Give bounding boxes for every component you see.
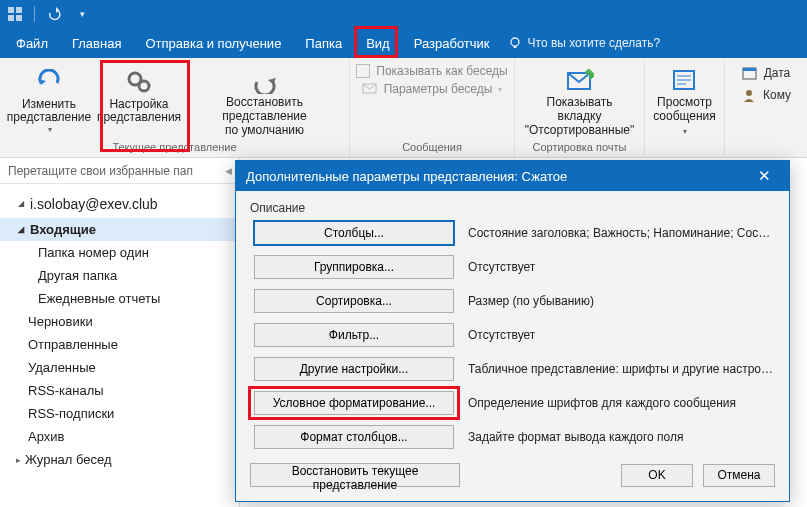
reset-view-button[interactable]: Восстановить представление по умолчанию bbox=[188, 64, 341, 138]
ribbon-group-sort: Сортировка почты bbox=[515, 139, 644, 157]
change-view-label1: Изменить bbox=[22, 98, 76, 112]
menubar: Файл Главная Отправка и получение Папка … bbox=[0, 28, 807, 58]
ribbon-group-arrange bbox=[645, 139, 724, 157]
focused-icon bbox=[566, 68, 594, 95]
checkbox-icon bbox=[356, 64, 370, 78]
nav-folder-1[interactable]: Папка номер один bbox=[0, 241, 239, 264]
favorites-label: Перетащите свои избранные пап bbox=[8, 164, 193, 178]
ribbon-group-messages: Сообщения bbox=[350, 139, 514, 157]
svg-rect-5 bbox=[513, 46, 516, 48]
change-view-button[interactable]: Изменить представление ▾ bbox=[8, 64, 90, 138]
date-field-button[interactable]: Дата bbox=[742, 66, 791, 80]
reset-current-view-button[interactable]: Восстановить текущее представление bbox=[250, 463, 460, 487]
separator bbox=[34, 6, 35, 22]
view-settings-label1: Настройка bbox=[109, 98, 168, 112]
other-settings-button[interactable]: Другие настройки... bbox=[254, 357, 454, 381]
nav-account[interactable]: i.solobay@exev.club bbox=[0, 188, 239, 218]
person-icon bbox=[741, 88, 757, 102]
description-group-label: Описание bbox=[250, 201, 775, 215]
sort-desc: Размер (по убыванию) bbox=[468, 294, 775, 308]
to-field-button[interactable]: Кому bbox=[741, 88, 791, 102]
cancel-button[interactable]: Отмена bbox=[703, 464, 775, 487]
conditional-formatting-desc: Определение шрифтов для каждого сообщени… bbox=[468, 396, 775, 410]
filter-desc: Отсутствует bbox=[468, 328, 775, 342]
gear-icon bbox=[125, 68, 153, 96]
calendar-icon bbox=[742, 66, 758, 80]
format-columns-button[interactable]: Формат столбцов... bbox=[254, 425, 454, 449]
bulb-icon bbox=[508, 36, 522, 50]
preview-label1: Просмотр bbox=[657, 96, 712, 110]
change-view-icon bbox=[35, 68, 63, 96]
qat-dropdown-icon[interactable]: ▾ bbox=[73, 5, 91, 23]
app-icon bbox=[6, 5, 24, 23]
columns-desc: Состояние заголовка; Важность; Напоминан… bbox=[468, 226, 775, 240]
change-view-label2: представление bbox=[7, 111, 91, 125]
message-preview-button[interactable]: Просмотр сообщения ▾ bbox=[653, 64, 716, 138]
preview-label2: сообщения ▾ bbox=[653, 110, 716, 138]
show-focused-label2: "Отсортированные" bbox=[525, 124, 634, 138]
nav-folder-2[interactable]: Другая папка bbox=[0, 264, 239, 287]
nav-deleted[interactable]: Удаленные bbox=[0, 356, 239, 379]
preview-icon bbox=[671, 68, 699, 95]
nav-drafts[interactable]: Черновики bbox=[0, 310, 239, 333]
svg-rect-1 bbox=[16, 7, 22, 13]
menu-view[interactable]: Вид bbox=[354, 28, 402, 58]
dialog-title: Дополнительные параметры представления: … bbox=[246, 169, 567, 184]
titlebar: ▾ bbox=[0, 0, 807, 28]
show-focused-label1: Показывать вкладку bbox=[523, 96, 636, 124]
group-by-desc: Отсутствует bbox=[468, 260, 775, 274]
close-icon[interactable]: ✕ bbox=[749, 167, 779, 185]
show-focused-button[interactable]: Показывать вкладку "Отсортированные" bbox=[523, 64, 636, 138]
menu-developer[interactable]: Разработчик bbox=[402, 28, 502, 58]
menu-home[interactable]: Главная bbox=[60, 28, 133, 58]
ribbon-group-current-view: Текущее представление bbox=[0, 139, 349, 157]
view-settings-label2: представления bbox=[97, 111, 181, 125]
reset-view-label2: по умолчанию bbox=[225, 124, 304, 138]
conditional-formatting-button[interactable]: Условное форматирование... bbox=[254, 391, 454, 415]
menu-folder[interactable]: Папка bbox=[293, 28, 354, 58]
tell-me-label: Что вы хотите сделать? bbox=[528, 36, 661, 50]
undo-icon[interactable] bbox=[45, 5, 63, 23]
nav-folder-3[interactable]: Ежедневные отчеты bbox=[0, 287, 239, 310]
nav-conversation-history[interactable]: Журнал бесед bbox=[0, 448, 239, 471]
view-settings-button[interactable]: Настройка представления bbox=[98, 64, 180, 138]
nav-rss[interactable]: RSS-каналы bbox=[0, 379, 239, 402]
menu-file[interactable]: Файл bbox=[4, 28, 60, 58]
menu-sendreceive[interactable]: Отправка и получение bbox=[133, 28, 293, 58]
svg-rect-15 bbox=[743, 68, 756, 71]
show-as-conversations-label: Показывать как беседы bbox=[376, 64, 507, 78]
filter-button[interactable]: Фильтр... bbox=[254, 323, 454, 347]
dialog-titlebar: Дополнительные параметры представления: … bbox=[236, 161, 789, 191]
svg-rect-0 bbox=[8, 7, 14, 13]
svg-rect-3 bbox=[16, 15, 22, 21]
date-field-label: Дата bbox=[764, 66, 791, 80]
ribbon: Изменить представление ▾ Настройка предс… bbox=[0, 58, 807, 158]
reset-icon bbox=[251, 68, 279, 95]
svg-point-7 bbox=[139, 81, 149, 91]
favorites-bar[interactable]: Перетащите свои избранные пап ◀ bbox=[0, 158, 240, 184]
tell-me[interactable]: Что вы хотите сделать? bbox=[508, 36, 661, 50]
sort-button[interactable]: Сортировка... bbox=[254, 289, 454, 313]
conversation-settings-label: Параметры беседы bbox=[384, 82, 493, 96]
chevron-down-icon: ▾ bbox=[48, 125, 52, 134]
columns-button[interactable]: Столбцы... bbox=[254, 221, 454, 245]
nav-archive[interactable]: Архив bbox=[0, 425, 239, 448]
conversation-icon bbox=[362, 82, 378, 96]
svg-point-16 bbox=[746, 90, 752, 96]
advanced-view-settings-dialog: Дополнительные параметры представления: … bbox=[235, 160, 790, 502]
format-columns-desc: Задайте формат вывода каждого поля bbox=[468, 430, 775, 444]
chevron-left-icon[interactable]: ◀ bbox=[225, 166, 232, 176]
show-as-conversations-checkbox: Показывать как беседы bbox=[356, 64, 507, 78]
nav-rss-subs[interactable]: RSS-подписки bbox=[0, 402, 239, 425]
svg-point-4 bbox=[511, 38, 519, 46]
nav-sent[interactable]: Отправленные bbox=[0, 333, 239, 356]
reset-view-label1: Восстановить представление bbox=[188, 96, 341, 124]
nav-inbox[interactable]: Входящие bbox=[0, 218, 239, 241]
conversation-settings-button: Параметры беседы ▾ bbox=[362, 82, 503, 96]
ok-button[interactable]: OK bbox=[621, 464, 693, 487]
group-by-button[interactable]: Группировка... bbox=[254, 255, 454, 279]
other-settings-desc: Табличное представление: шрифты и другие… bbox=[468, 362, 775, 376]
folder-nav: i.solobay@exev.club Входящие Папка номер… bbox=[0, 158, 240, 507]
to-field-label: Кому bbox=[763, 88, 791, 102]
svg-rect-2 bbox=[8, 15, 14, 21]
